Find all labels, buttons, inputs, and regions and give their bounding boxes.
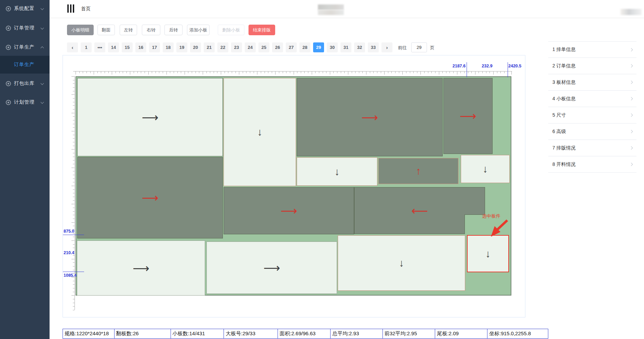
chevron-down-icon — [41, 7, 44, 10]
accordion-item-3-板材信息[interactable]: 3 板材信息 — [548, 74, 636, 91]
nesting-canvas[interactable]: ⟶↓⟶⟶↓↑↓⟶⟶⟵⟶⟶↓↓ 2187.6 232.9 2420.5 875.0… — [63, 55, 525, 317]
part-panel-8[interactable]: ⟶ — [77, 157, 223, 238]
accordion-item-4-小板信息[interactable]: 4 小板信息 — [548, 91, 636, 107]
menu-collapse-icon[interactable] — [67, 4, 75, 13]
sheet-board[interactable]: ⟶↓⟶⟶↓↑↓⟶⟶⟵⟶⟶↓↓ — [76, 76, 511, 296]
page-button-28[interactable]: 28 — [299, 42, 310, 52]
toolbar-button-左转[interactable]: 左转 — [120, 25, 137, 35]
settings-accordion: 1 排单信息2 订单信息3 板材信息4 小板信息5 尺寸6 高级7 排版情况8 … — [548, 41, 636, 173]
chevron-right-icon — [630, 146, 633, 150]
sidebar-item-订单管理[interactable]: 订单管理 — [0, 21, 50, 36]
accordion-item-label: 4 小板信息 — [552, 96, 576, 102]
sidebar-subitem-订单生产[interactable]: 订单生产 — [0, 56, 50, 74]
accordion-item-1-排单信息[interactable]: 1 排单信息 — [548, 41, 636, 58]
page-button-26[interactable]: 26 — [272, 42, 283, 52]
chevron-up-icon — [41, 47, 44, 50]
accordion-item-2-订单信息[interactable]: 2 订单信息 — [548, 58, 636, 74]
status-cell: 大板号:29/33 — [224, 329, 278, 338]
page-button-33[interactable]: 33 — [368, 42, 379, 52]
app-root: 系统配置订单管理订单生产订单生产打包出库计划管理 首页 小板明细翻面左转右转后转… — [0, 0, 644, 339]
part-panel-3[interactable]: ⟶ — [297, 78, 443, 156]
grain-arrow-right-icon: ⟶ — [142, 192, 159, 204]
accordion-item-7-排版情况[interactable]: 7 排版情况 — [548, 140, 636, 156]
part-panel-6[interactable]: ↑ — [378, 158, 458, 184]
sidebar: 系统配置订单管理订单生产订单生产打包出库计划管理 — [0, 0, 50, 339]
part-panel-12[interactable]: ⟶ — [206, 242, 337, 294]
gear-icon — [6, 6, 11, 11]
grain-arrow-down-icon: ↓ — [335, 167, 340, 177]
part-panel-13[interactable]: ↓ — [338, 235, 465, 291]
status-cell: 规格:1220*2440*18 — [63, 329, 114, 338]
page-button-20[interactable]: 20 — [190, 42, 201, 52]
measure-label-width: 232.9 — [467, 64, 508, 68]
accordion-item-6-高级[interactable]: 6 高级 — [548, 123, 636, 140]
toolbar-button-结束排版[interactable]: 结束排版 — [249, 25, 275, 35]
page-prev-button[interactable]: ‹ — [67, 42, 78, 52]
grain-arrow-right-icon: ⟶ — [361, 112, 378, 123]
header: 首页 — [50, 0, 644, 18]
chevron-right-icon — [630, 97, 633, 101]
accordion-item-5-尺寸[interactable]: 5 尺寸 — [548, 107, 636, 123]
chevron-down-icon — [41, 26, 44, 30]
measure-label-y1: 875.0 — [64, 229, 74, 234]
toolbar-button-删除小板[interactable]: 删除小板 — [218, 25, 244, 35]
toolbar-button-翻面[interactable]: 翻面 — [97, 25, 115, 35]
grain-arrow-down-icon: ↓ — [257, 127, 263, 137]
accordion-item-label: 3 板材信息 — [552, 79, 576, 86]
part-panel-7[interactable]: ↓ — [461, 155, 510, 183]
selected-part-panel[interactable]: ↓ — [467, 235, 509, 272]
redacted-text-block — [318, 4, 344, 10]
goto-page-label: 前往 — [398, 45, 407, 51]
page-button-21[interactable]: 21 — [204, 42, 215, 52]
sidebar-item-打包出库[interactable]: 打包出库 — [0, 76, 50, 91]
page-button-18[interactable]: 18 — [163, 42, 174, 52]
part-panel-10[interactable]: ⟵ — [354, 187, 485, 234]
page-button-31[interactable]: 31 — [340, 42, 351, 52]
part-panel-11[interactable]: ⟶ — [77, 240, 205, 296]
grain-arrow-right-icon: ⟶ — [142, 112, 159, 123]
sidebar-item-计划管理[interactable]: 计划管理 — [0, 95, 50, 110]
sidebar-item-label: 计划管理 — [14, 99, 35, 105]
chevron-down-icon — [41, 82, 44, 85]
sidebar-item-系统配置[interactable]: 系统配置 — [0, 1, 50, 16]
selected-part-arrow-icon — [486, 219, 511, 238]
page-button-1[interactable]: 1 — [81, 42, 92, 52]
page-button-27[interactable]: 27 — [286, 42, 297, 52]
part-panel-2[interactable]: ↓ — [224, 78, 296, 186]
page-button-16[interactable]: 16 — [135, 42, 146, 52]
measure-label-height: 210.4 — [64, 250, 74, 255]
page-button-30[interactable]: 30 — [327, 42, 338, 52]
page-button-25[interactable]: 25 — [258, 42, 269, 52]
sidebar-item-label: 打包出库 — [14, 80, 35, 87]
goto-page-input[interactable] — [411, 42, 427, 52]
sidebar-item-订单生产[interactable]: 订单生产 — [0, 40, 50, 55]
part-panel-5[interactable]: ↓ — [297, 157, 377, 186]
page-ellipsis[interactable]: ••• — [94, 42, 105, 52]
sidebar-item-label: 系统配置 — [14, 5, 35, 12]
status-cell: 坐标:915.0,2255.8 — [487, 329, 548, 338]
chevron-right-icon — [630, 163, 633, 166]
page-button-22[interactable]: 22 — [217, 42, 228, 52]
page-button-23[interactable]: 23 — [231, 42, 242, 52]
toolbar-button-小板明细[interactable]: 小板明细 — [67, 25, 94, 35]
page-button-14[interactable]: 14 — [108, 42, 119, 52]
toolbar-button-添加小板[interactable]: 添加小板 — [187, 25, 210, 35]
toolbar-button-后转[interactable]: 后转 — [164, 25, 183, 35]
toolbar-button-右转[interactable]: 右转 — [142, 25, 160, 35]
page-button-24[interactable]: 24 — [245, 42, 256, 52]
page-button-29[interactable]: 29 — [313, 42, 324, 52]
page-button-17[interactable]: 17 — [149, 42, 160, 52]
part-panel-1[interactable]: ⟶ — [77, 78, 223, 156]
accordion-item-8-开料情况[interactable]: 8 开料情况 — [548, 156, 636, 173]
status-cell: 小板数:14/431 — [171, 329, 224, 338]
page-next-button[interactable]: › — [381, 42, 392, 52]
measure-label-x2: 2420.5 — [508, 64, 532, 68]
chevron-down-icon — [41, 101, 44, 104]
part-panel-4[interactable]: ⟶ — [443, 78, 493, 154]
sidebar-subitem-label: 订单生产 — [14, 62, 35, 68]
page-button-32[interactable]: 32 — [354, 42, 365, 52]
page-button-19[interactable]: 19 — [176, 42, 187, 52]
page-button-15[interactable]: 15 — [122, 42, 133, 52]
status-cell: 尾板:2.09 — [435, 329, 487, 338]
part-panel-9[interactable]: ⟶ — [224, 187, 354, 234]
